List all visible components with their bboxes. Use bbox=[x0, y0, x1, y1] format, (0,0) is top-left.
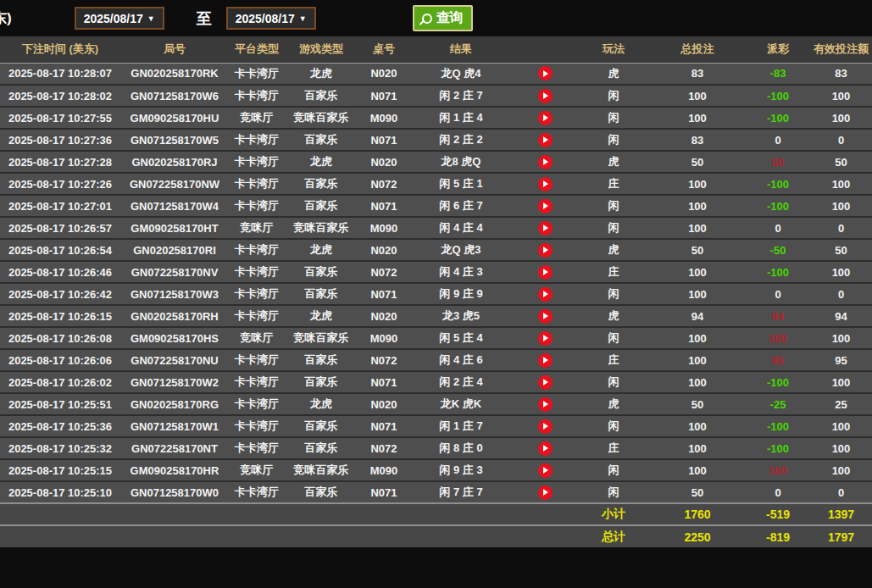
cell-replay bbox=[512, 173, 578, 195]
grand-total-row-label: 总计 bbox=[578, 525, 649, 547]
replay-icon[interactable] bbox=[538, 221, 553, 236]
table-row: 2025-08-17 10:25:32GN072258170NT卡卡湾厅百家乐N… bbox=[0, 437, 872, 459]
replay-icon[interactable] bbox=[538, 133, 553, 147]
cell-total-bet: 100 bbox=[649, 283, 746, 305]
replay-icon[interactable] bbox=[538, 353, 553, 368]
replay-icon[interactable] bbox=[538, 287, 553, 302]
cell-time: 2025-08-17 10:27:55 bbox=[0, 107, 120, 129]
cell-result: 闲 6 庄 7 bbox=[410, 195, 512, 217]
cell-table-no: N020 bbox=[358, 63, 410, 85]
replay-icon[interactable] bbox=[538, 66, 553, 80]
cell-total-bet: 100 bbox=[649, 173, 746, 195]
cell-game-type: 龙虎 bbox=[285, 63, 358, 85]
date-from-select[interactable]: 2025/08/17 ▼ bbox=[75, 7, 164, 30]
empty-cell bbox=[410, 525, 512, 547]
cell-result: 闲 1 庄 4 bbox=[410, 107, 512, 129]
cell-replay bbox=[512, 107, 578, 129]
cell-round-id: GM090258170HU bbox=[120, 107, 229, 129]
cell-time: 2025-08-17 10:26:06 bbox=[0, 349, 120, 371]
cell-platform: 竞咪厅 bbox=[229, 459, 285, 481]
cell-play: 闲 bbox=[578, 107, 649, 129]
cell-game-type: 百家乐 bbox=[285, 481, 358, 503]
cell-payout: 50 bbox=[746, 151, 810, 173]
cell-result: 闲 4 庄 6 bbox=[410, 349, 512, 371]
cell-play: 闲 bbox=[578, 327, 649, 349]
play-triangle-icon bbox=[543, 247, 548, 253]
toolbar: 东) 2025/08/17 ▼ 至 2025/08/17 ▼ 查询 bbox=[0, 0, 872, 36]
cell-time: 2025-08-17 10:26:15 bbox=[0, 305, 120, 327]
cell-round-id: GN072258170NT bbox=[120, 437, 229, 459]
cell-payout: -50 bbox=[746, 239, 810, 261]
table-header: 下注时间 (美东)局号平台类型游戏类型桌号结果玩法总投注派彩有效投注额 bbox=[0, 36, 872, 63]
play-triangle-icon bbox=[543, 335, 548, 341]
cell-replay bbox=[512, 129, 578, 151]
replay-icon[interactable] bbox=[538, 485, 553, 500]
cell-game-type: 百家乐 bbox=[285, 129, 358, 151]
cell-round-id: GN071258170W1 bbox=[120, 415, 229, 437]
cell-game-type: 龙虎 bbox=[285, 305, 358, 327]
empty-cell bbox=[229, 525, 285, 547]
cell-time: 2025-08-17 10:25:32 bbox=[0, 437, 120, 459]
cell-replay bbox=[512, 305, 578, 327]
cell-payout: 0 bbox=[746, 283, 810, 305]
replay-icon[interactable] bbox=[538, 265, 553, 280]
replay-icon[interactable] bbox=[538, 397, 553, 412]
replay-icon[interactable] bbox=[538, 89, 553, 103]
cell-payout: -100 bbox=[746, 437, 810, 459]
play-triangle-icon bbox=[543, 158, 548, 165]
cell-total-bet: 100 bbox=[649, 349, 746, 371]
cell-game-type: 百家乐 bbox=[285, 85, 358, 107]
cell-total-bet: 100 bbox=[649, 415, 746, 437]
cell-table-no: N071 bbox=[358, 415, 410, 437]
replay-icon[interactable] bbox=[538, 463, 553, 478]
replay-icon[interactable] bbox=[538, 155, 553, 169]
cell-play: 虎 bbox=[578, 393, 649, 415]
column-header-0: 下注时间 (美东) bbox=[0, 36, 120, 63]
cell-play: 庄 bbox=[578, 349, 649, 371]
replay-icon[interactable] bbox=[538, 331, 553, 346]
cell-replay bbox=[512, 327, 578, 349]
replay-icon[interactable] bbox=[538, 419, 553, 434]
cell-total-bet: 94 bbox=[649, 305, 746, 327]
cell-platform: 卡卡湾厅 bbox=[229, 393, 285, 415]
replay-icon[interactable] bbox=[538, 199, 553, 214]
query-button[interactable]: 查询 bbox=[413, 5, 473, 31]
play-triangle-icon bbox=[543, 467, 548, 474]
cell-result: 龙Q 虎3 bbox=[410, 239, 512, 261]
date-from-value: 2025/08/17 bbox=[84, 12, 143, 25]
cell-valid-bet: 50 bbox=[810, 151, 872, 173]
cell-table-no: N072 bbox=[358, 261, 410, 283]
replay-icon[interactable] bbox=[538, 309, 553, 324]
table-row: 2025-08-17 10:28:02GN071258170W6卡卡湾厅百家乐N… bbox=[0, 85, 872, 107]
replay-icon[interactable] bbox=[538, 177, 553, 191]
cell-game-type: 百家乐 bbox=[285, 173, 358, 195]
cell-play: 闲 bbox=[578, 481, 649, 503]
cell-replay bbox=[512, 85, 578, 107]
cell-game-type: 竞咪百家乐 bbox=[285, 327, 358, 349]
cell-total-bet: 100 bbox=[649, 217, 746, 239]
cell-play: 闲 bbox=[578, 195, 649, 217]
replay-icon[interactable] bbox=[538, 441, 553, 456]
cell-round-id: GM090258170HS bbox=[120, 327, 229, 349]
cell-platform: 卡卡湾厅 bbox=[229, 129, 285, 151]
cell-play: 庄 bbox=[578, 261, 649, 283]
subtotal-row: 小计1760-5191397 bbox=[0, 503, 872, 525]
cell-valid-bet: 94 bbox=[810, 305, 872, 327]
cell-replay bbox=[512, 415, 578, 437]
cell-platform: 竞咪厅 bbox=[229, 107, 285, 129]
replay-icon[interactable] bbox=[538, 111, 553, 125]
subtotal-row-payout: -519 bbox=[746, 503, 810, 525]
cell-round-id: GN020258170RG bbox=[120, 393, 229, 415]
replay-icon[interactable] bbox=[538, 375, 553, 390]
cell-play: 闲 bbox=[578, 459, 649, 481]
cell-game-type: 百家乐 bbox=[285, 349, 358, 371]
cell-platform: 卡卡湾厅 bbox=[229, 195, 285, 217]
column-header-1: 局号 bbox=[120, 36, 229, 63]
date-to-select[interactable]: 2025/08/17 ▼ bbox=[226, 7, 316, 30]
cell-valid-bet: 100 bbox=[810, 195, 872, 217]
cell-total-bet: 50 bbox=[649, 393, 746, 415]
replay-icon[interactable] bbox=[538, 243, 553, 258]
cell-time: 2025-08-17 10:25:51 bbox=[0, 393, 120, 415]
cell-time: 2025-08-17 10:27:28 bbox=[0, 151, 120, 173]
cell-result: 龙K 虎K bbox=[410, 393, 512, 415]
